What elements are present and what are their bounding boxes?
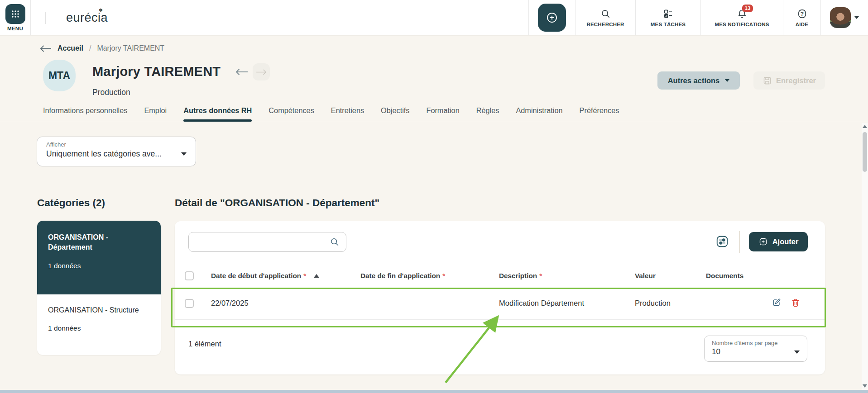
save-button[interactable]: Enregistrer (753, 71, 825, 90)
tab-formation[interactable]: Formation (426, 106, 459, 121)
nav-help-label: AIDE (796, 22, 808, 27)
edit-button[interactable] (772, 298, 782, 309)
column-header-documents[interactable]: Documents (706, 272, 825, 280)
tab-emploi[interactable]: Emploi (144, 106, 167, 121)
nav-help[interactable]: ? AIDE (783, 0, 820, 35)
sort-ascending-icon[interactable] (314, 274, 319, 278)
arrow-left-icon (235, 68, 248, 76)
page-title: Marjory TAIREMENT (92, 64, 221, 79)
chevron-down-icon (181, 152, 187, 156)
required-mark: * (539, 272, 542, 280)
breadcrumb-home-link[interactable]: Accueil (58, 44, 83, 52)
chevron-down-icon (854, 16, 859, 19)
arrow-right-icon (256, 69, 267, 76)
display-filter-select[interactable]: Afficher Uniquement les catégories ave..… (37, 137, 196, 166)
table-row[interactable]: 22/07/2025 Modification Département Prod… (175, 287, 825, 320)
column-header-date-debut[interactable]: Date de début d'application * (211, 272, 360, 280)
category-item-structure[interactable]: ORGANISATION - Structure 1 données (37, 294, 161, 344)
breadcrumb-separator: / (89, 44, 91, 52)
next-employee-button-disabled[interactable] (253, 63, 270, 80)
tab-competences[interactable]: Compétences (269, 106, 314, 121)
trash-icon (791, 298, 801, 308)
required-mark: * (303, 272, 306, 280)
nav-tasks-label: MES TÂCHES (651, 22, 686, 27)
grid-menu-icon (5, 4, 25, 24)
menu-label: MENU (7, 26, 23, 31)
categories-list: ORGANISATION - Département 1 données ORG… (37, 221, 161, 355)
items-per-page-value: 10 (712, 347, 720, 356)
profile-initials: MTA (48, 70, 70, 82)
back-arrow-icon[interactable] (40, 45, 52, 52)
help-icon: ? (797, 9, 807, 19)
detail-panel: Ajouter Date de début d'application * Da… (175, 221, 825, 374)
breadcrumb-current: Marjory TAIREMENT (97, 44, 164, 52)
svg-text:?: ? (800, 10, 803, 17)
horizontal-scrollbar[interactable] (0, 390, 868, 393)
table-header-row: Date de début d'application * Date de fi… (175, 265, 825, 287)
nav-tasks[interactable]: MES TÂCHES (635, 0, 700, 35)
detail-title: Détail de "ORGANISATION - Département" (175, 197, 379, 209)
other-actions-button[interactable]: Autres actions (657, 71, 740, 90)
required-mark: * (442, 272, 445, 280)
tasks-icon (663, 9, 673, 19)
tab-administration[interactable]: Administration (516, 106, 562, 121)
select-all-checkbox[interactable] (185, 271, 194, 280)
search-input[interactable] (188, 232, 346, 252)
chevron-down-icon (794, 350, 800, 354)
nav-search-label: RECHERCHER (586, 22, 624, 27)
category-name: ORGANISATION - Département (48, 232, 150, 252)
scrollbar-thumb[interactable] (863, 132, 867, 172)
breadcrumb: Accueil / Marjory TAIREMENT (40, 44, 164, 52)
quick-add-section (528, 0, 575, 35)
scroll-down-arrow[interactable] (863, 384, 867, 388)
plus-square-icon (758, 237, 768, 246)
tab-entretiens[interactable]: Entretiens (331, 106, 364, 121)
logo-star-icon: ✽ (99, 8, 103, 13)
save-floppy-icon (762, 76, 772, 85)
cell-valeur: Production (635, 299, 706, 308)
category-count: 1 données (48, 324, 150, 332)
column-header-date-fin[interactable]: Date de fin d'application * (360, 272, 499, 280)
quick-add-button[interactable] (538, 4, 566, 32)
tab-regles[interactable]: Règles (476, 106, 499, 121)
column-header-valeur[interactable]: Valeur (635, 272, 706, 280)
sliders-icon (715, 235, 729, 248)
tab-informations-personnelles[interactable]: Informations personnelles (43, 106, 127, 121)
chevron-down-icon (725, 79, 729, 82)
menu-button[interactable]: MENU (0, 0, 31, 35)
tabs-bottom-border (0, 121, 868, 121)
display-filter-value: Uniquement les catégories ave... (46, 149, 162, 159)
display-filter-label: Afficher (46, 141, 187, 148)
profile-tabs: Informations personnelles Emploi Autres … (43, 106, 619, 121)
tab-preferences[interactable]: Préférences (580, 106, 619, 121)
column-header-description[interactable]: Description * (499, 272, 635, 280)
search-icon (600, 9, 611, 19)
tab-objectifs[interactable]: Objectifs (381, 106, 409, 121)
employee-profile-page: MENU eurécia✽ RECHERCHER (0, 0, 868, 393)
previous-employee-button[interactable] (235, 68, 248, 78)
items-per-page-select[interactable]: Nombre d'items par page 10 (704, 336, 807, 362)
delete-button[interactable] (791, 298, 801, 309)
logo-divider (45, 12, 46, 24)
nav-notifications[interactable]: 13 MES NOTIFICATIONS (700, 0, 783, 35)
vertical-scrollbar[interactable] (862, 123, 868, 390)
category-count: 1 données (48, 262, 150, 270)
cell-date-debut: 22/07/2025 (211, 299, 360, 308)
eurecia-logo[interactable]: eurécia✽ (66, 11, 108, 25)
toolbar-divider (739, 231, 740, 253)
cell-description: Modification Département (499, 299, 635, 308)
column-settings-button[interactable] (715, 235, 729, 249)
tab-autres-donnees-rh[interactable]: Autres données RH (183, 106, 252, 121)
nav-search[interactable]: RECHERCHER (575, 0, 635, 35)
profile-department: Production (92, 88, 130, 97)
notification-badge: 13 (742, 5, 753, 12)
user-menu[interactable] (820, 0, 868, 35)
add-button[interactable]: Ajouter (749, 232, 808, 251)
cell-actions (706, 298, 825, 309)
topbar-right: RECHERCHER MES TÂCHES 13 (528, 0, 868, 35)
row-checkbox[interactable] (185, 299, 194, 308)
topbar: MENU eurécia✽ RECHERCHER (0, 0, 868, 36)
user-avatar (830, 7, 851, 28)
category-item-departement[interactable]: ORGANISATION - Département 1 données (37, 221, 161, 294)
scroll-up-arrow[interactable] (863, 125, 867, 128)
